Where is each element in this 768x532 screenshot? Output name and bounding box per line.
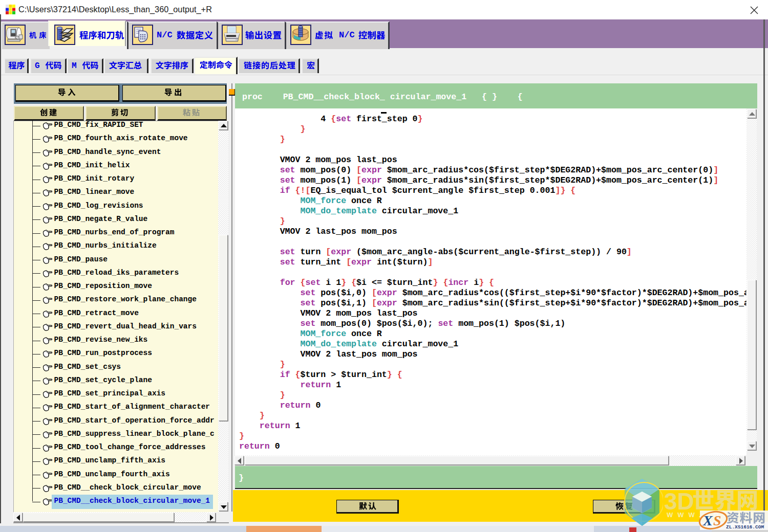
svg-text:S: S [713, 513, 721, 528]
svg-text:X: X [702, 513, 713, 528]
